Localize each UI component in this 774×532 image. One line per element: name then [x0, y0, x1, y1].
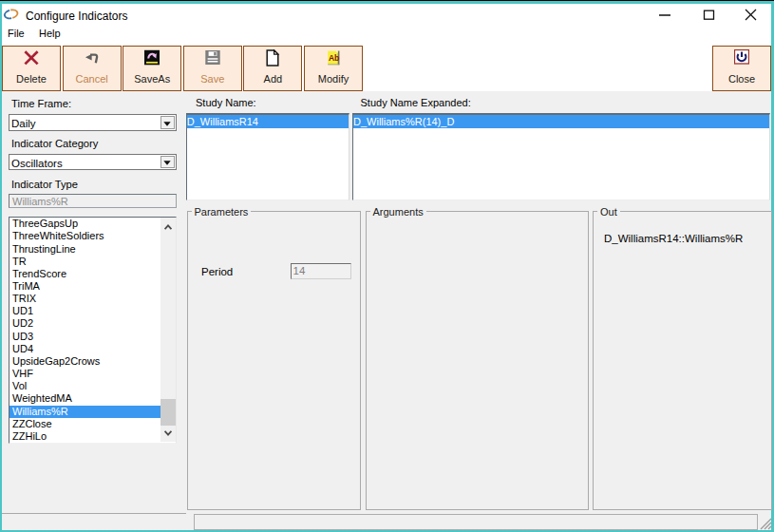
svg-text:Ab: Ab	[329, 52, 339, 62]
